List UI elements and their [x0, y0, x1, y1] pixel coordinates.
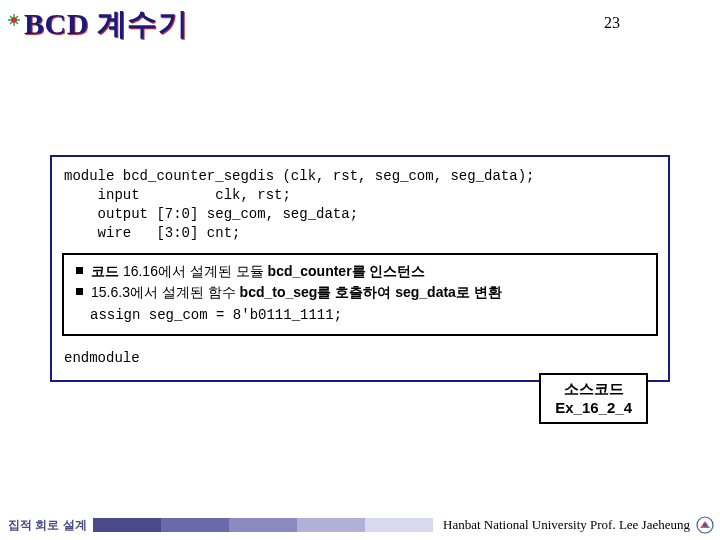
page-number: 23 [604, 14, 620, 32]
note-2-code2: seg_data [395, 284, 456, 300]
note-2-suffix: 로 변환 [456, 284, 502, 300]
slide-footer: 집적 회로 설계 Hanbat National University Prof… [0, 514, 720, 536]
note-row-1: 코드 16.16에서 설계된 모듈 bcd_counter를 인스턴스 [72, 261, 648, 282]
code-declarations: module bcd_counter_segdis (clk, rst, seg… [52, 157, 668, 247]
svg-point-2 [703, 523, 707, 527]
footer-left-text: 집적 회로 설계 [0, 517, 93, 534]
note-1-code: bcd_counter [268, 263, 352, 279]
note-1-suffix: 를 인스턴스 [352, 263, 426, 279]
source-label-line2: Ex_16_2_4 [555, 398, 632, 418]
note-1-prefix: 코드 [91, 263, 123, 279]
square-bullet-icon [76, 267, 83, 274]
note-1-text: 코드 16.16에서 설계된 모듈 bcd_counter를 인스턴스 [91, 261, 426, 282]
note-row-2: 15.6.3에서 설계된 함수 bcd_to_seg를 호출하여 seg_dat… [72, 282, 648, 303]
slide-title: BCD 계수기 [24, 4, 188, 45]
university-logo-icon [696, 516, 714, 534]
square-bullet-icon [76, 288, 83, 295]
note-2-mid: 15.6.3에서 설계된 함수 [91, 284, 240, 300]
source-label-line1: 소스코드 [555, 379, 632, 399]
note-2-text: 15.6.3에서 설계된 함수 bcd_to_seg를 호출하여 seg_dat… [91, 282, 502, 303]
code-container: module bcd_counter_segdis (clk, rst, seg… [50, 155, 670, 382]
notes-box: 코드 16.16에서 설계된 모듈 bcd_counter를 인스턴스 15.6… [62, 253, 658, 336]
note-2-mid2: 를 호출하여 [317, 284, 395, 300]
source-label: 소스코드 Ex_16_2_4 [539, 373, 648, 424]
assign-line: assign seg_com = 8'b0111_1111; [72, 305, 648, 326]
note-1-mid: 16.16에서 설계된 모듈 [123, 263, 268, 279]
footer-gradient-bar [93, 518, 433, 532]
slide-header: BCD 계수기 23 [0, 0, 720, 45]
note-2-code: bcd_to_seg [240, 284, 318, 300]
footer-attribution: Hanbat National University Prof. Lee Jae… [433, 517, 694, 533]
title-bullet-icon [6, 12, 22, 28]
